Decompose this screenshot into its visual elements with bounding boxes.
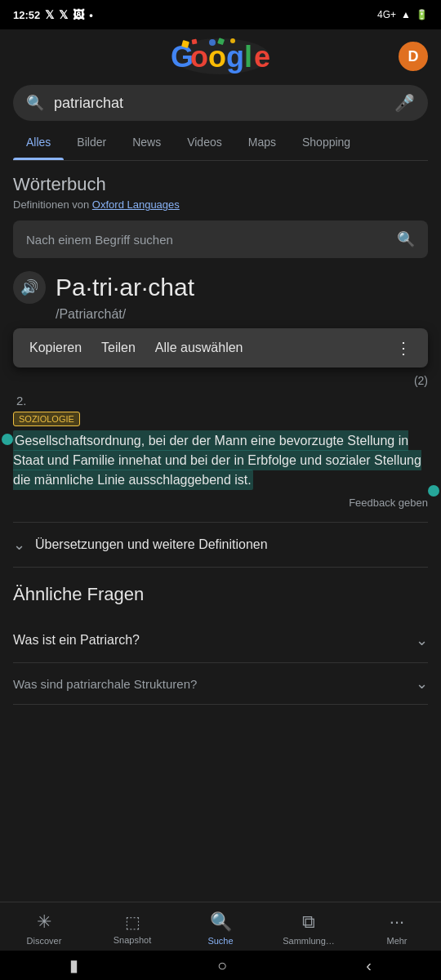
tab-shopping[interactable]: Shopping (289, 124, 363, 160)
definition-2: 2. SOZIOLOGIE Gesellschaftsordnung, bei … (13, 394, 428, 490)
home-button[interactable]: ○ (217, 956, 227, 975)
definition-number: 2. (16, 394, 428, 408)
signal-icon: ▲ (401, 9, 411, 20)
oxford-link[interactable]: Oxford Languages (92, 198, 180, 211)
twitter-icon-2: 𝕏 (59, 8, 68, 21)
header: G o o g l e D 🔍 patriarcha (0, 29, 441, 161)
search-icon: 🔍 (26, 94, 44, 112)
image-icon: 🖼 (73, 8, 84, 21)
copy-button[interactable]: Kopieren (29, 341, 82, 355)
back-button[interactable]: ‹ (366, 956, 372, 975)
word-entry: 🔊 Pa·tri·ar·chat /Patriarchát/ Kopieren … (13, 271, 428, 509)
twitter-icon-1: 𝕏 (45, 8, 54, 21)
dictionary-section: Wörterbuch Definitionen von Oxford Langu… (13, 174, 428, 509)
faq-item-2[interactable]: Was sind patriarchale Strukturen? ⌄ (13, 663, 428, 705)
suche-icon: 🔍 (210, 911, 232, 933)
dot-icon: • (89, 9, 93, 21)
word-title: Pa·tri·ar·chat (56, 274, 194, 301)
tabs-bar: Alles Bilder News Videos Maps Shopping (13, 124, 428, 161)
discover-icon: ✳ (37, 911, 51, 933)
more-options-button[interactable]: ⋮ (395, 338, 412, 358)
faq-question-1: Was ist ein Patriarch? (13, 633, 140, 648)
search-query: patriarchat (54, 95, 394, 112)
sammlung-icon: ⧉ (302, 911, 315, 933)
network-indicator: 4G+ (377, 9, 396, 20)
faq-item-1[interactable]: Was ist ein Patriarch? ⌄ (13, 618, 428, 663)
faq-chevron-1: ⌄ (416, 631, 428, 649)
chevron-down-icon: ⌄ (13, 536, 25, 554)
recent-apps-button[interactable]: ▮ (69, 956, 78, 975)
tab-alles[interactable]: Alles (13, 124, 64, 160)
svg-text:g: g (226, 40, 244, 74)
suche-label: Suche (207, 936, 233, 946)
svg-point-11 (230, 38, 235, 43)
svg-rect-8 (192, 39, 198, 45)
nav-sammlung[interactable]: ⧉ Sammlung… (265, 911, 353, 946)
mehr-icon: ··· (390, 911, 404, 933)
nav-mehr[interactable]: ··· Mehr (353, 911, 441, 946)
share-button[interactable]: Teilen (101, 341, 136, 355)
svg-text:l: l (244, 40, 252, 74)
status-bar: 12:52 𝕏 𝕏 🖼 • 4G+ ▲ 🔋 (0, 0, 441, 29)
discover-label: Discover (27, 936, 62, 946)
bottom-navigation: ✳ Discover ⬚ Snapshot 🔍 Suche ⧉ Sammlung… (0, 902, 441, 951)
dictionary-search-bar[interactable]: Nach einem Begriff suchen 🔍 (13, 220, 428, 258)
tab-videos[interactable]: Videos (174, 124, 235, 160)
battery-icon: 🔋 (416, 9, 428, 20)
selection-handle-right (428, 485, 439, 497)
tab-news[interactable]: News (119, 124, 174, 160)
tab-bilder[interactable]: Bilder (64, 124, 119, 160)
similar-questions-section: Ähnliche Fragen Was ist ein Patriarch? ⌄… (13, 568, 428, 705)
dictionary-source: Definitionen von Oxford Languages (13, 198, 428, 211)
snapshot-label: Snapshot (114, 935, 151, 945)
mehr-label: Mehr (386, 936, 407, 946)
status-right: 4G+ ▲ 🔋 (377, 9, 428, 20)
selection-handle-left (2, 434, 13, 445)
bottom-padding (13, 705, 428, 786)
dictionary-title: Wörterbuch (13, 174, 428, 195)
time-display: 12:52 (13, 9, 40, 21)
translations-expand[interactable]: ⌄ Übersetzungen und weitere Definitionen (13, 522, 428, 568)
subject-tag: SOZIOLOGIE (13, 412, 80, 426)
svg-point-9 (209, 39, 216, 46)
definition-count: (2) (13, 374, 428, 387)
word-phonetic: /Patriarchát/ (56, 307, 428, 322)
definition-block: SOZIOLOGIE Gesellschaftsordnung, bei der… (13, 411, 428, 490)
header-top: G o o g l e D (13, 36, 428, 77)
feedback-link[interactable]: Feedback geben (13, 497, 428, 509)
svg-text:e: e (254, 40, 270, 74)
sammlung-label: Sammlung… (283, 936, 335, 946)
microphone-icon[interactable]: 🎤 (394, 93, 415, 113)
dict-search-placeholder: Nach einem Begriff suchen (26, 233, 397, 247)
tab-maps[interactable]: Maps (235, 124, 289, 160)
word-header: 🔊 Pa·tri·ar·chat (13, 271, 428, 304)
faq-chevron-2: ⌄ (416, 675, 428, 693)
faq-question-2: Was sind patriarchale Strukturen? (13, 677, 197, 691)
avatar[interactable]: D (399, 42, 428, 71)
source-pre-text: Definitionen von (13, 198, 92, 211)
nav-snapshot[interactable]: ⬚ Snapshot (88, 912, 176, 945)
translations-label: Übersetzungen und weitere Definitionen (35, 537, 268, 552)
status-left: 12:52 𝕏 𝕏 🖼 • (13, 8, 93, 21)
svg-text:o: o (190, 40, 208, 74)
nav-suche[interactable]: 🔍 Suche (176, 911, 265, 946)
definition-text: Gesellschaftsordnung, bei der der Mann e… (13, 430, 421, 490)
similar-questions-title: Ähnliche Fragen (13, 584, 428, 605)
system-navigation: ▮ ○ ‹ (0, 951, 441, 980)
nav-discover[interactable]: ✳ Discover (0, 911, 88, 946)
main-content: Wörterbuch Definitionen von Oxford Langu… (0, 161, 441, 800)
search-bar[interactable]: 🔍 patriarchat 🎤 (13, 85, 428, 121)
snapshot-icon: ⬚ (125, 912, 140, 932)
dict-search-icon: 🔍 (397, 230, 415, 248)
select-all-button[interactable]: Alle auswählen (155, 341, 243, 355)
speaker-button[interactable]: 🔊 (13, 271, 46, 304)
google-logo[interactable]: G o o g l e (42, 36, 399, 77)
context-menu: Kopieren Teilen Alle auswählen ⋮ (13, 328, 428, 368)
